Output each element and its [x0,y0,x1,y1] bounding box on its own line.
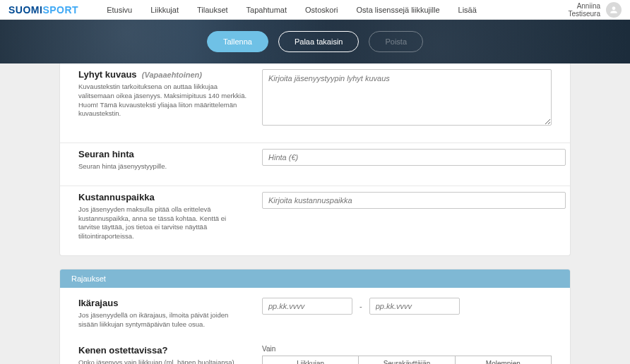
cost-center-help: Jos jäsenyyden maksulla pitää olla eritt… [78,205,248,241]
vain-label: Vain [262,345,552,353]
nav-tapahtumat[interactable]: Tapahtumat [246,6,287,14]
nav-tilaukset[interactable]: Tilaukset [197,6,228,14]
cost-center-input[interactable] [262,192,566,209]
seg-molempien[interactable]: Molempien [456,356,552,364]
cost-center-label: Kustannuspaikka [78,192,248,202]
top-header: SUOMISPORT Etusivu Liikkujat Tilaukset T… [0,0,630,20]
form-card: Lyhyt kuvaus (Vapaaehtoinen) Kuvaustekst… [59,63,571,256]
section-who: Kenen ostettavissa? Onko jäsenyys vain l… [60,335,570,364]
short-desc-label: Lyhyt kuvaus (Vapaaehtoinen) [78,69,248,80]
age-limit-label: Ikärajaus [78,298,248,308]
main-nav: Etusivu Liikkujat Tilaukset Tapahtumat O… [107,6,477,14]
age-to-input[interactable] [369,298,460,315]
who-segmented: Liikkujan Seurakäyttäjän Molempien [262,356,552,364]
back-button[interactable]: Palaa takaisin [278,31,359,52]
logo[interactable]: SUOMISPORT [8,4,78,16]
hero-banner: Tallenna Palaa takaisin Poista [0,20,630,63]
short-desc-help: Kuvaustekstin tarkoituksena on auttaa li… [78,83,248,119]
nav-lisaa[interactable]: Lisää [458,6,477,14]
user-name: Anniina [568,2,600,10]
club-price-label: Seuran hinta [78,149,248,159]
age-from-input[interactable] [262,298,352,315]
age-limit-help: Jos jäsenyydellä on ikärajaus, ilmoita p… [78,311,248,329]
optional-hint: (Vapaaehtoinen) [142,71,202,79]
who-help: Onko jäsenyys vain liikkujan (ml. hänen … [78,358,248,364]
section-club-price: Seuran hinta Seuran hinta jäsenyystyypil… [60,143,570,186]
logo-part1: SUOMI [8,4,42,16]
user-org: Testiseura [568,10,600,18]
club-price-help: Seuran hinta jäsenyystyypille. [78,162,248,171]
seg-seurakayttajan[interactable]: Seurakäyttäjän [359,356,455,364]
who-label: Kenen ostettavissa? [78,345,248,356]
user-info: Anniina Testiseura [568,2,600,18]
section-short-desc: Lyhyt kuvaus (Vapaaehtoinen) Kuvaustekst… [60,63,570,143]
hero-buttons: Tallenna Palaa takaisin Poista [207,31,423,52]
avatar[interactable] [606,2,622,18]
nav-etusivu[interactable]: Etusivu [107,6,132,14]
seg-liikkujan[interactable]: Liikkujan [262,356,359,364]
save-button[interactable]: Tallenna [207,31,268,52]
club-price-input[interactable] [262,149,566,166]
person-icon [609,5,619,15]
limits-card: Rajaukset Ikärajaus Jos jäsenyydellä on … [59,269,571,364]
age-date-range: - [262,298,552,315]
short-desc-input[interactable] [262,69,552,126]
nav-osta-lisensseja[interactable]: Osta lisenssejä liikkujille [357,6,440,14]
nav-ostoskori[interactable]: Ostoskori [305,6,338,14]
section-cost-center: Kustannuspaikka Jos jäsenyyden maksulla … [60,186,570,255]
section-age-limit: Ikärajaus Jos jäsenyydellä on ikärajaus,… [60,288,570,335]
date-dash: - [359,302,362,310]
logo-part2: SPORT [42,4,78,16]
limits-stripe: Rajaukset [60,269,570,288]
delete-button[interactable]: Poista [369,31,423,52]
nav-liikkujat[interactable]: Liikkujat [150,6,179,14]
